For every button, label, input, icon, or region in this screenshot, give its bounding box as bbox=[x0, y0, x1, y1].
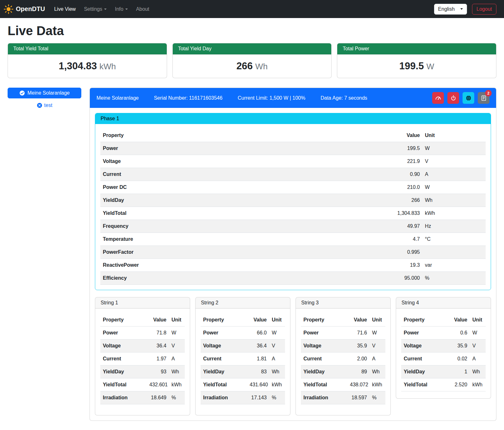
property-cell: Irradiation bbox=[201, 391, 247, 404]
phase-table: Property Value Unit Power199.5WVoltage22… bbox=[100, 129, 486, 285]
property-cell: Current bbox=[301, 352, 347, 365]
unit-cell: °C bbox=[422, 233, 486, 246]
table-row: YieldTotal2.520kWh bbox=[401, 378, 486, 391]
table-header-row: Property Value Unit bbox=[301, 314, 385, 327]
string-title: String 2 bbox=[196, 297, 290, 308]
property-cell: YieldDay bbox=[301, 365, 347, 378]
value-cell: 1,304.833 bbox=[378, 207, 422, 220]
column-header-unit: Unit bbox=[169, 314, 185, 327]
property-cell: YieldTotal bbox=[100, 207, 378, 220]
language-select[interactable]: English bbox=[434, 4, 467, 15]
unit-cell: W bbox=[169, 327, 185, 340]
inverter-name: Meine Solaranlage bbox=[96, 95, 139, 101]
table-row: Power199.5W bbox=[100, 142, 486, 155]
property-cell: Current bbox=[201, 352, 247, 365]
table-header-row: Property Value Unit bbox=[100, 314, 185, 327]
property-cell: YieldDay bbox=[201, 365, 247, 378]
table-row: Current2.00A bbox=[301, 352, 385, 365]
power-control-button[interactable] bbox=[447, 92, 459, 104]
value-cell: 1.97 bbox=[147, 352, 169, 365]
card-title: Total Yield Total bbox=[8, 43, 167, 54]
string-1-card: String 1 Property Value Unit bbox=[95, 297, 190, 415]
value-cell: 221.9 bbox=[378, 155, 422, 168]
nav-live-view[interactable]: Live View bbox=[50, 4, 80, 15]
property-cell: Power bbox=[100, 327, 147, 340]
value-cell: 438.072 bbox=[347, 378, 370, 391]
property-cell: Power DC bbox=[100, 181, 378, 194]
logout-button[interactable]: Logout bbox=[472, 4, 496, 15]
string-4-table: Property Value Unit Power0.6WVoltage35.9… bbox=[401, 314, 486, 391]
property-cell: Power bbox=[401, 327, 448, 340]
property-cell: YieldDay bbox=[100, 365, 147, 378]
table-row: Irradiation18.597% bbox=[301, 391, 385, 404]
string-2-card: String 2 Property Value Unit bbox=[195, 297, 290, 415]
table-row: YieldTotal432.601kWh bbox=[100, 378, 185, 391]
total-power-value: 199.5 bbox=[399, 60, 424, 72]
unit-cell: Wh bbox=[422, 194, 486, 207]
total-yield-day-value: 266 bbox=[236, 60, 253, 72]
total-yield-day-unit: Wh bbox=[255, 62, 268, 71]
property-cell: Voltage bbox=[201, 340, 247, 352]
event-log-button[interactable]: 2 bbox=[478, 92, 489, 104]
value-cell: 266 bbox=[378, 194, 422, 207]
property-cell: YieldTotal bbox=[100, 378, 147, 391]
value-cell: 71.8 bbox=[147, 327, 169, 340]
table-row: Power71.8W bbox=[100, 327, 185, 340]
total-yield-total-value: 1,304.83 bbox=[59, 60, 97, 72]
value-cell: 432.601 bbox=[147, 378, 169, 391]
limit-settings-button[interactable] bbox=[432, 92, 444, 104]
nav-info-dropdown[interactable]: Info bbox=[111, 4, 132, 15]
inverter-panel: Meine Solaranlage Serial Number: 1161716… bbox=[90, 88, 496, 421]
column-header-property: Property bbox=[100, 314, 147, 327]
table-row: Voltage221.9V bbox=[100, 155, 486, 168]
value-cell: 2.520 bbox=[448, 378, 470, 391]
unit-cell: V bbox=[470, 340, 486, 352]
table-row: Current0.90A bbox=[100, 168, 486, 181]
inverter-label: test bbox=[44, 103, 53, 108]
table-row: Voltage36.4V bbox=[100, 340, 185, 352]
sun-icon bbox=[4, 4, 13, 14]
unit-cell: kWh bbox=[370, 378, 385, 391]
unit-cell: Wh bbox=[269, 365, 285, 378]
serial-number: Serial Number: 116171603546 bbox=[154, 95, 222, 101]
string-title: String 1 bbox=[95, 297, 190, 308]
property-cell: Irradiation bbox=[100, 391, 147, 404]
property-cell: Power bbox=[100, 142, 378, 155]
column-header-value: Value bbox=[378, 129, 422, 142]
page-title: Live Data bbox=[8, 24, 496, 38]
table-row: Efficiency95.000% bbox=[100, 272, 486, 285]
property-cell: Temperature bbox=[100, 233, 378, 246]
inverter-button-meine-solaranlage[interactable]: Meine Solaranlage bbox=[8, 88, 81, 98]
total-power-unit: W bbox=[426, 62, 434, 71]
inverter-button-test[interactable]: test bbox=[8, 103, 81, 108]
value-cell: 19.3 bbox=[378, 259, 422, 272]
value-cell: 0.02 bbox=[448, 352, 470, 365]
card-title: Total Power bbox=[337, 43, 496, 54]
total-yield-day-card: Total Yield Day 266Wh bbox=[172, 43, 332, 78]
unit-cell: V bbox=[169, 340, 185, 352]
value-cell: 17.143 bbox=[247, 391, 269, 404]
column-header-property: Property bbox=[401, 314, 448, 327]
chevron-down-icon bbox=[125, 9, 128, 10]
inverter-sidebar: Meine Solaranlage test bbox=[8, 88, 81, 108]
total-yield-total-card: Total Yield Total 1,304.83kWh bbox=[8, 43, 167, 78]
unit-cell: V bbox=[269, 340, 285, 352]
strings-row: String 1 Property Value Unit bbox=[95, 297, 491, 415]
string-1-table: Property Value Unit Power71.8WVoltage36.… bbox=[100, 314, 185, 404]
unit-cell: V bbox=[422, 155, 486, 168]
table-row: YieldDay266Wh bbox=[100, 194, 486, 207]
table-row: YieldTotal438.072kWh bbox=[301, 378, 385, 391]
device-info-button[interactable] bbox=[463, 92, 474, 104]
property-cell: Irradiation bbox=[301, 391, 347, 404]
string-2-table: Property Value Unit Power66.0WVoltage36.… bbox=[201, 314, 285, 404]
nav-settings-dropdown[interactable]: Settings bbox=[80, 4, 111, 15]
unit-cell: A bbox=[169, 352, 185, 365]
table-row: Power0.6W bbox=[401, 327, 486, 340]
value-cell: 36.4 bbox=[147, 340, 169, 352]
table-row: ReactivePower19.3var bbox=[100, 259, 486, 272]
phase-1-card: Phase 1 Property Value Unit P bbox=[95, 113, 491, 290]
total-yield-total-unit: kWh bbox=[99, 62, 116, 71]
nav-about[interactable]: About bbox=[132, 4, 153, 15]
brand[interactable]: OpenDTU bbox=[4, 4, 45, 14]
power-icon bbox=[450, 95, 457, 101]
